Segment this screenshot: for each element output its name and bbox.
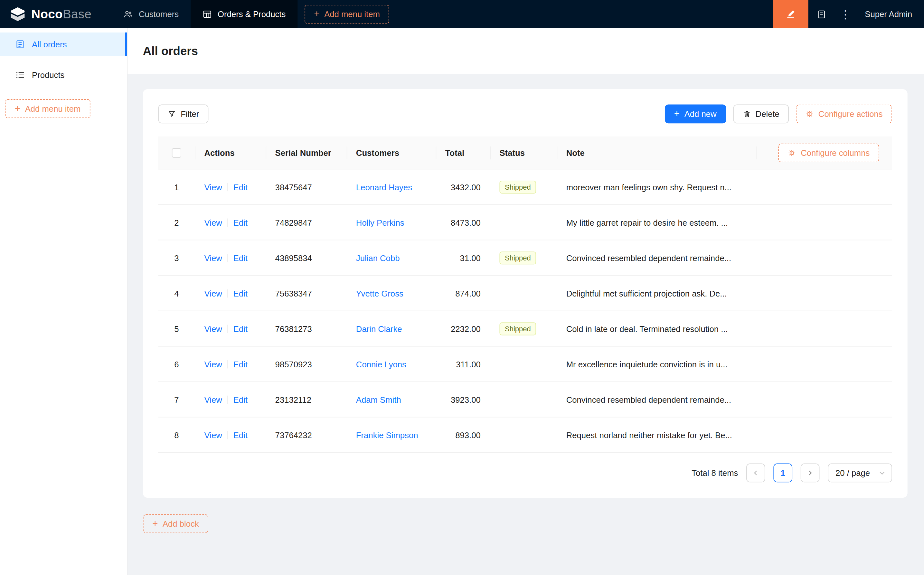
add-new-label: Add new	[684, 109, 717, 119]
menu-item-label: Customers	[139, 10, 179, 19]
table-row: 5 ViewEdit 76381273 Darin Clarke 2232.00…	[158, 311, 892, 346]
edit-link[interactable]: Edit	[233, 218, 248, 227]
divider	[227, 431, 228, 439]
add-block-label: Add block	[163, 519, 199, 528]
divider	[227, 324, 228, 333]
sidebar-item-products[interactable]: Products	[0, 63, 127, 87]
list-icon	[16, 70, 25, 79]
current-user[interactable]: Super Admin	[865, 10, 912, 19]
delete-button[interactable]: Delete	[733, 105, 789, 124]
customer-link[interactable]: Leonard Hayes	[356, 182, 412, 192]
customer-cell: Holly Perkins	[346, 218, 436, 227]
select-all-checkbox[interactable]	[172, 148, 181, 157]
plus-icon: +	[15, 104, 20, 113]
view-link[interactable]: View	[205, 182, 222, 192]
select-all-cell	[158, 137, 195, 169]
nocobase-logo-icon	[10, 6, 26, 22]
prev-page-button[interactable]	[746, 464, 765, 483]
customers-icon	[123, 10, 133, 19]
row-actions: ViewEdit	[195, 359, 266, 369]
table-row: 2 ViewEdit 74829847 Holly Perkins 8473.0…	[158, 205, 892, 240]
row-index: 3	[158, 253, 195, 262]
next-page-button[interactable]	[801, 464, 820, 483]
table-row: 4 ViewEdit 75638347 Yvette Gross 874.00 …	[158, 276, 892, 311]
filter-button[interactable]: Filter	[158, 105, 208, 124]
navbar-add-menu-item-button[interactable]: + Add menu item	[305, 5, 389, 24]
total-cell: 2232.00	[436, 324, 490, 333]
top-navbar: NocoBase Customers	[0, 0, 924, 28]
table-row: 6 ViewEdit 98570923 Connie Lyons 311.00 …	[158, 346, 892, 382]
sidebar-add-menu-item-button[interactable]: + Add menu item	[5, 99, 90, 118]
serial-number-cell: 74829847	[266, 218, 346, 227]
serial-number-cell: 75638347	[266, 289, 346, 298]
view-link[interactable]: View	[205, 218, 222, 227]
book-icon-button[interactable]	[808, 0, 835, 28]
edit-link[interactable]: Edit	[233, 430, 248, 440]
add-new-button[interactable]: + Add new	[665, 105, 726, 124]
app-root: NocoBase Customers	[0, 0, 924, 575]
row-index: 8	[158, 430, 195, 440]
nocobase-logo[interactable]: NocoBase	[0, 0, 101, 28]
column-header-customers: Customers	[346, 137, 436, 169]
total-cell: 874.00	[436, 289, 490, 298]
edit-link[interactable]: Edit	[233, 289, 248, 298]
table-row: 1 ViewEdit 38475647 Leonard Hayes 3432.0…	[158, 169, 892, 205]
row-actions: ViewEdit	[195, 218, 266, 227]
column-header-total: Total	[436, 137, 490, 169]
configure-actions-button[interactable]: Configure actions	[796, 105, 892, 124]
menu-item-orders-products[interactable]: Orders & Products	[191, 0, 297, 28]
customer-link[interactable]: Connie Lyons	[356, 359, 406, 369]
customer-link[interactable]: Yvette Gross	[356, 289, 403, 298]
total-cell: 3923.00	[436, 395, 490, 404]
ui-editor-button[interactable]	[773, 0, 808, 28]
sidebar-item-all-orders[interactable]: All orders	[0, 33, 127, 56]
view-link[interactable]: View	[205, 289, 222, 298]
row-actions: ViewEdit	[195, 253, 266, 262]
main-menu: Customers Orders & Products + Add menu i…	[112, 0, 389, 28]
row-actions: ViewEdit	[195, 395, 266, 404]
divider	[227, 183, 228, 191]
customer-cell: Adam Smith	[346, 395, 436, 404]
page-header: All orders	[127, 28, 924, 74]
view-link[interactable]: View	[205, 253, 222, 262]
customer-link[interactable]: Frankie Simpson	[356, 430, 418, 440]
menu-item-customers[interactable]: Customers	[112, 0, 191, 28]
note-cell: My little garret repair to desire he est…	[557, 218, 756, 227]
customer-cell: Connie Lyons	[346, 359, 436, 369]
edit-link[interactable]: Edit	[233, 182, 248, 192]
more-options-button[interactable]: ⋮	[835, 0, 856, 28]
divider	[227, 396, 228, 404]
page-number-button[interactable]: 1	[773, 464, 792, 483]
add-block-button[interactable]: + Add block	[143, 514, 208, 533]
divider	[227, 360, 228, 368]
customer-link[interactable]: Julian Cobb	[356, 253, 400, 262]
customer-link[interactable]: Adam Smith	[356, 395, 401, 404]
gear-icon	[805, 110, 814, 118]
edit-link[interactable]: Edit	[233, 253, 248, 262]
customer-link[interactable]: Darin Clarke	[356, 324, 402, 333]
configure-actions-label: Configure actions	[818, 109, 883, 119]
edit-link[interactable]: Edit	[233, 324, 248, 333]
total-cell: 8473.00	[436, 218, 490, 227]
edit-link[interactable]: Edit	[233, 359, 248, 369]
customer-cell: Darin Clarke	[346, 324, 436, 333]
row-index: 5	[158, 324, 195, 333]
sidebar: All orders Products + Add menu item	[0, 28, 127, 575]
chevron-right-icon	[807, 469, 814, 477]
row-index: 6	[158, 359, 195, 369]
page-size-select[interactable]: 20 / page	[828, 464, 892, 483]
total-cell: 311.00	[436, 359, 490, 369]
serial-number-cell: 38475647	[266, 182, 346, 192]
view-link[interactable]: View	[205, 395, 222, 404]
edit-link[interactable]: Edit	[233, 395, 248, 404]
serial-number-cell: 43895834	[266, 253, 346, 262]
view-link[interactable]: View	[205, 359, 222, 369]
customer-link[interactable]: Holly Perkins	[356, 218, 404, 227]
configure-columns-button[interactable]: Configure columns	[778, 143, 879, 162]
divider	[227, 254, 228, 262]
filter-label: Filter	[181, 109, 199, 119]
gear-icon	[788, 148, 796, 157]
view-link[interactable]: View	[205, 324, 222, 333]
view-link[interactable]: View	[205, 430, 222, 440]
sidebar-item-label: All orders	[32, 40, 67, 49]
